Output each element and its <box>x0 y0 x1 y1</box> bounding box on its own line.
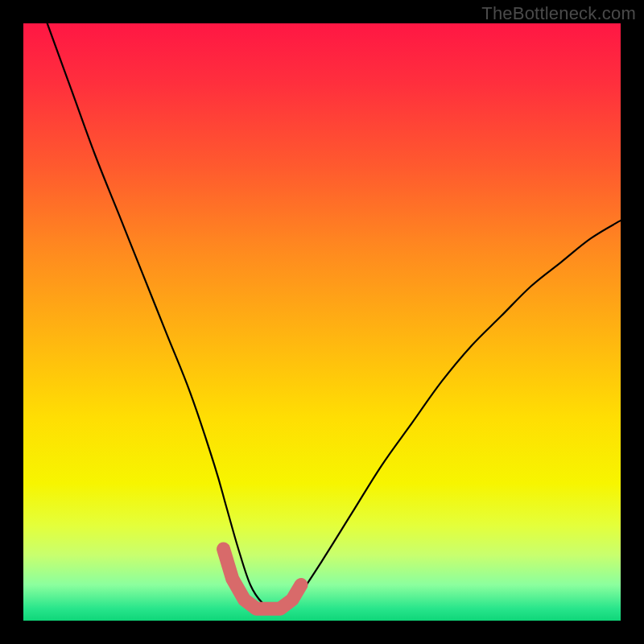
chart-frame: TheBottleneck.com <box>0 0 644 644</box>
watermark-text: TheBottleneck.com <box>481 3 636 24</box>
bottleneck-curve <box>47 23 621 610</box>
plot-area <box>23 23 621 621</box>
chart-svg <box>23 23 621 621</box>
optimal-zone-marker <box>224 549 301 609</box>
